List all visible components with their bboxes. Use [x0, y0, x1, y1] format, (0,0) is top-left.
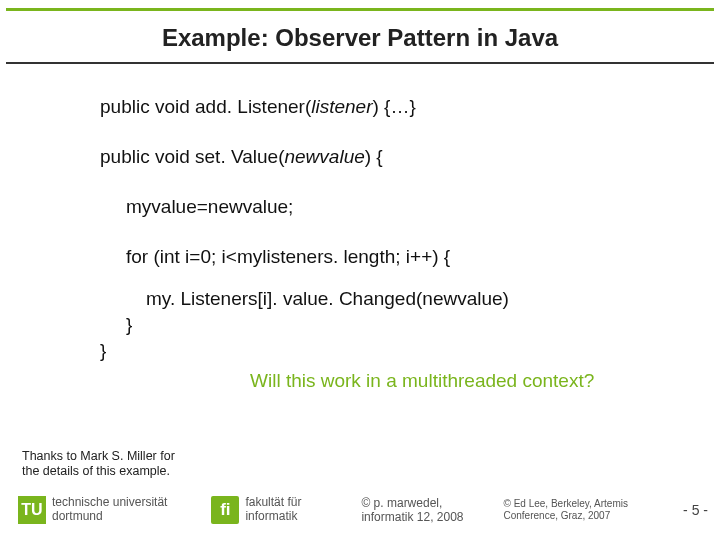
fi-logo-mark: fi	[211, 496, 239, 524]
code-param: listener	[311, 96, 372, 117]
tu-logo-text: technische universität dortmund	[52, 496, 167, 524]
fi-text-l2: informatik	[245, 510, 301, 524]
tu-text-l2: dortmund	[52, 510, 167, 524]
footer: TU technische universität dortmund fi fa…	[0, 488, 720, 532]
attribution: © Ed Lee, Berkeley, Artemis Conference, …	[504, 498, 628, 522]
code-line-close-inner: }	[100, 314, 720, 336]
question-text: Will this work in a multithreaded contex…	[250, 370, 720, 392]
copyright: © p. marwedel, informatik 12, 2008	[361, 496, 463, 525]
tu-text-l1: technische universität	[52, 496, 167, 510]
code-line-for: for (int i=0; i<mylisteners. length; i++…	[100, 246, 720, 268]
page-number: - 5 -	[683, 502, 708, 518]
code-param: newvalue	[284, 146, 364, 167]
code-text: ) {…}	[373, 96, 416, 117]
attribution-l2: Conference, Graz, 2007	[504, 510, 628, 522]
slide-title: Example: Observer Pattern in Java	[0, 24, 720, 52]
thanks-line2: the details of this example.	[22, 464, 175, 480]
copyright-l1: © p. marwedel,	[361, 496, 463, 510]
tu-logo-mark: TU	[18, 496, 46, 524]
slide-content: public void add. Listener(listener) {…} …	[0, 64, 720, 392]
fi-logo: fi fakultät für informatik	[211, 496, 301, 524]
code-line-setvalue-open: public void set. Value(newvalue) {	[100, 146, 720, 168]
top-accent-line	[6, 8, 714, 11]
code-text: public void set. Value(	[100, 146, 284, 167]
code-line-addlistener: public void add. Listener(listener) {…}	[100, 96, 720, 118]
copyright-l2: informatik 12, 2008	[361, 510, 463, 524]
code-text: ) {	[365, 146, 383, 167]
code-text: public void add. Listener(	[100, 96, 311, 117]
code-line-assign: myvalue=newvalue;	[100, 196, 720, 218]
fi-text-l1: fakultät für	[245, 496, 301, 510]
fi-logo-text: fakultät für informatik	[245, 496, 301, 524]
attribution-l1: © Ed Lee, Berkeley, Artemis	[504, 498, 628, 510]
thanks-line1: Thanks to Mark S. Miller for	[22, 449, 175, 465]
code-line-call: my. Listeners[i]. value. Changed(newvalu…	[100, 288, 720, 310]
code-line-close-outer: }	[100, 340, 720, 362]
tu-logo: TU technische universität dortmund	[18, 496, 167, 524]
thanks-note: Thanks to Mark S. Miller for the details…	[22, 449, 175, 480]
